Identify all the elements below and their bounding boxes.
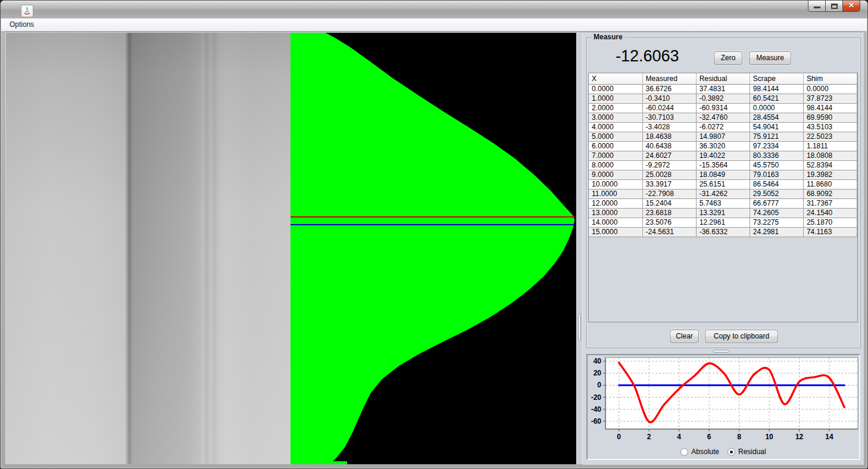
vertical-split-divider[interactable]	[576, 33, 583, 464]
table-cell[interactable]: 18.0849	[696, 170, 750, 179]
table-cell[interactable]: 23.6818	[642, 208, 696, 218]
table-cell[interactable]: 24.6027	[642, 151, 696, 160]
table-cell[interactable]: 69.9590	[803, 113, 857, 122]
table-cell[interactable]: 24.2981	[750, 227, 803, 237]
table-cell[interactable]: -0.3410	[642, 94, 696, 103]
table-cell[interactable]: 25.1870	[803, 218, 857, 227]
split-divider-handle[interactable]	[713, 350, 729, 353]
table-cell[interactable]: -30.7103	[642, 113, 696, 122]
table-cell[interactable]: 8.0000	[589, 160, 642, 170]
table-cell[interactable]: 14.9807	[696, 132, 750, 141]
table-cell[interactable]: 13.0000	[589, 208, 642, 218]
table-cell[interactable]: 98.4144	[750, 84, 803, 94]
table-cell[interactable]: 12.0000	[589, 198, 642, 208]
table-cell[interactable]: 74.2605	[750, 208, 803, 218]
table-row[interactable]: 11.0000-22.7908-31.426229.505268.9092	[589, 189, 857, 198]
table-cell[interactable]: -3.4028	[642, 122, 696, 132]
table-cell[interactable]: 73.2275	[750, 218, 803, 227]
table-row[interactable]: 5.000018.463814.980775.912122.5023	[589, 132, 857, 141]
table-row[interactable]: 3.0000-30.7103-32.476028.455469.9590	[589, 113, 857, 122]
table-row[interactable]: 15.0000-24.5631-36.633224.298174.1163	[589, 227, 857, 237]
table-cell[interactable]: -31.4262	[696, 189, 750, 198]
table-cell[interactable]: 54.9041	[750, 122, 803, 132]
table-cell[interactable]: 33.3917	[642, 179, 696, 189]
table-cell[interactable]: 14.0000	[589, 218, 642, 227]
table-row[interactable]: 2.0000-60.0244-60.93140.000098.4144	[589, 103, 857, 113]
table-cell[interactable]: 24.1540	[803, 208, 857, 218]
table-cell[interactable]: 74.1163	[803, 227, 857, 237]
radio-circle-icon[interactable]	[728, 448, 735, 456]
table-row[interactable]: 14.000023.507612.296173.227525.1870	[589, 218, 857, 227]
table-cell[interactable]: 28.4554	[750, 113, 803, 122]
reference-line-red[interactable]	[291, 216, 574, 218]
table-cell[interactable]: -32.4760	[696, 113, 750, 122]
table-cell[interactable]: 15.0000	[589, 227, 642, 237]
table-row[interactable]: 8.0000-9.2972-15.356445.575052.8394	[589, 160, 857, 170]
table-cell[interactable]: 22.5023	[803, 132, 857, 141]
table-cell[interactable]: 7.0000	[589, 151, 642, 160]
table-cell[interactable]: 6.0000	[589, 141, 642, 151]
clear-button[interactable]: Clear	[670, 330, 699, 343]
table-cell[interactable]: 18.0808	[803, 151, 857, 160]
table-cell[interactable]: 60.5421	[750, 94, 803, 103]
menu-options[interactable]: Options	[5, 18, 39, 31]
title-bar[interactable]: ✕	[1, 1, 867, 18]
table-cell[interactable]: -60.9314	[696, 103, 750, 113]
table-row[interactable]: 7.000024.602719.402280.333618.0808	[589, 151, 857, 160]
table-cell[interactable]: -60.0244	[642, 103, 696, 113]
column-header-residual[interactable]: Residual	[696, 73, 750, 84]
table-cell[interactable]: 12.2961	[696, 218, 750, 227]
column-header-measured[interactable]: Measured	[642, 73, 696, 84]
radio-circle-icon[interactable]	[680, 448, 688, 456]
measure-button[interactable]: Measure	[749, 51, 791, 65]
split-divider-handle[interactable]	[578, 313, 581, 341]
table-cell[interactable]: -36.6332	[696, 227, 750, 237]
table-row[interactable]: 12.000015.24045.746366.677731.7367	[589, 198, 857, 208]
table-cell[interactable]: 10.0000	[589, 179, 642, 189]
table-cell[interactable]: 2.0000	[589, 103, 642, 113]
table-cell[interactable]: 40.6438	[642, 141, 696, 151]
table-cell[interactable]: 1.0000	[589, 94, 642, 103]
table-cell[interactable]: 79.0163	[750, 170, 803, 179]
table-cell[interactable]: 19.4022	[696, 151, 750, 160]
table-row[interactable]: 0.000036.672637.483198.41440.0000	[589, 84, 857, 94]
table-cell[interactable]: 25.0028	[642, 170, 696, 179]
copy-to-clipboard-button[interactable]: Copy to clipboard	[705, 330, 778, 343]
camera-view[interactable]	[6, 33, 576, 464]
table-cell[interactable]: 98.4144	[803, 103, 857, 113]
table-cell[interactable]: 5.0000	[589, 132, 642, 141]
table-cell[interactable]: 0.0000	[750, 103, 803, 113]
table-cell[interactable]: 36.3020	[696, 141, 750, 151]
table-cell[interactable]: 5.7463	[696, 198, 750, 208]
table-cell[interactable]: 11.8680	[803, 179, 857, 189]
table-cell[interactable]: 36.6726	[642, 84, 696, 94]
table-cell[interactable]: 4.0000	[589, 122, 642, 132]
table-cell[interactable]: 37.8723	[803, 94, 857, 103]
table-cell[interactable]: 18.4638	[642, 132, 696, 141]
table-cell[interactable]: 29.5052	[750, 189, 803, 198]
table-cell[interactable]: -6.0272	[696, 122, 750, 132]
table-cell[interactable]: 31.7367	[803, 198, 857, 208]
table-cell[interactable]: -9.2972	[642, 160, 696, 170]
table-cell[interactable]: 68.9092	[803, 189, 857, 198]
zero-button[interactable]: Zero	[714, 51, 742, 65]
column-header-x[interactable]: X	[589, 73, 642, 84]
table-cell[interactable]: 23.5076	[642, 218, 696, 227]
table-cell[interactable]: 97.2334	[750, 141, 803, 151]
table-row[interactable]: 6.000040.643836.302097.23341.1811	[589, 141, 857, 151]
table-cell[interactable]: 0.0000	[589, 84, 642, 94]
table-row[interactable]: 1.0000-0.3410-0.389260.542137.8723	[589, 94, 857, 103]
table-cell[interactable]: 25.6151	[696, 179, 750, 189]
table-cell[interactable]: -24.5631	[642, 227, 696, 237]
horizontal-split-divider[interactable]	[583, 349, 864, 353]
maximize-icon[interactable]	[825, 1, 843, 12]
measure-line-blue[interactable]	[291, 224, 574, 225]
measurement-table-scrollpane[interactable]: XMeasuredResidualScrapeShim 0.000036.672…	[588, 73, 858, 322]
table-row[interactable]: 9.000025.002818.084979.016319.3982	[589, 170, 857, 179]
table-cell[interactable]: 15.2404	[642, 198, 696, 208]
table-cell[interactable]: -15.3564	[696, 160, 750, 170]
table-cell[interactable]: 80.3336	[750, 151, 803, 160]
radio-residual[interactable]: Residual	[728, 448, 766, 456]
table-cell[interactable]: 13.3291	[696, 208, 750, 218]
table-cell[interactable]: 86.5464	[750, 179, 803, 189]
